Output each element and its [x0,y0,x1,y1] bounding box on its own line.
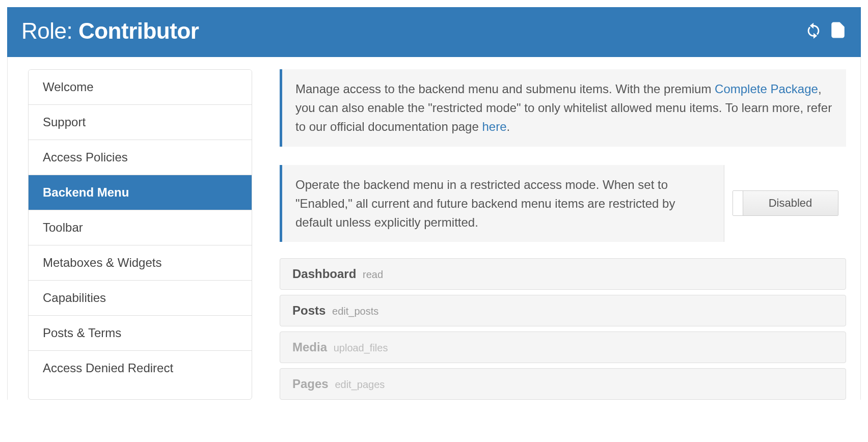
sidebar-item-toolbar[interactable]: Toolbar [29,210,252,245]
sidebar-item-label: Toolbar [43,220,83,234]
info-text-3: . [507,120,510,133]
sidebar-item-label: Welcome [43,80,94,94]
menu-item-title: Posts [292,303,326,317]
sidebar-item-support[interactable]: Support [29,105,252,140]
title-prefix: Role: [21,18,78,43]
complete-package-link[interactable]: Complete Package [715,82,818,96]
info-text-1: Manage access to the backend menu and su… [295,82,715,96]
sidebar-item-label: Support [43,115,86,129]
restricted-mode-row: Operate the backend menu in a restricted… [280,165,846,242]
menu-item-capability: upload_files [334,342,388,353]
menu-item-capability: edit_posts [332,306,378,317]
menu-item-title: Pages [292,377,329,391]
sidebar-item-label: Access Denied Redirect [43,361,173,375]
sidebar-item-access-policies[interactable]: Access Policies [29,140,252,175]
restricted-mode-toggle[interactable]: Disabled [733,190,838,216]
documentation-link[interactable]: here [482,120,506,133]
sidebar-item-welcome[interactable]: Welcome [29,70,252,105]
main-content: Manage access to the backend menu and su… [280,69,846,400]
sidebar-item-posts-terms[interactable]: Posts & Terms [29,316,252,351]
sidebar-item-label: Access Policies [43,150,128,164]
menu-item-dashboard[interactable]: Dashboard read [280,258,846,290]
menu-item-pages[interactable]: Pages edit_pages [280,368,846,400]
page-title: Role: Contributor [21,18,199,44]
menu-item-title: Media [292,340,327,354]
role-name: Contributor [78,18,199,43]
menu-item-capability: read [363,269,383,280]
sidebar-item-access-denied-redirect[interactable]: Access Denied Redirect [29,351,252,385]
sidebar-item-capabilities[interactable]: Capabilities [29,281,252,316]
sidebar-item-metaboxes-widgets[interactable]: Metaboxes & Widgets [29,245,252,281]
restricted-mode-description: Operate the backend menu in a restricted… [282,165,724,242]
restricted-mode-toggle-wrap: Disabled [724,165,846,242]
sidebar-nav: WelcomeSupportAccess PoliciesBackend Men… [28,69,252,400]
sidebar-item-label: Capabilities [43,291,106,305]
toggle-label: Disabled [743,191,838,215]
sidebar-item-backend-menu[interactable]: Backend Menu [29,175,252,210]
sidebar-item-label: Backend Menu [43,185,129,199]
page-header: Role: Contributor [7,7,861,57]
reset-icon[interactable] [805,21,822,41]
toggle-knob [733,191,743,215]
info-banner: Manage access to the backend menu and su… [280,69,846,147]
menu-item-posts[interactable]: Posts edit_posts [280,295,846,326]
header-actions [805,21,847,41]
menu-item-capability: edit_pages [335,379,385,390]
backend-menu-list: Dashboard readPosts edit_postsMedia uplo… [280,258,846,400]
sidebar-item-label: Metaboxes & Widgets [43,256,161,269]
code-file-icon[interactable] [829,21,847,41]
menu-item-title: Dashboard [292,267,356,281]
menu-item-media[interactable]: Media upload_files [280,332,846,363]
sidebar-item-label: Posts & Terms [43,326,121,340]
